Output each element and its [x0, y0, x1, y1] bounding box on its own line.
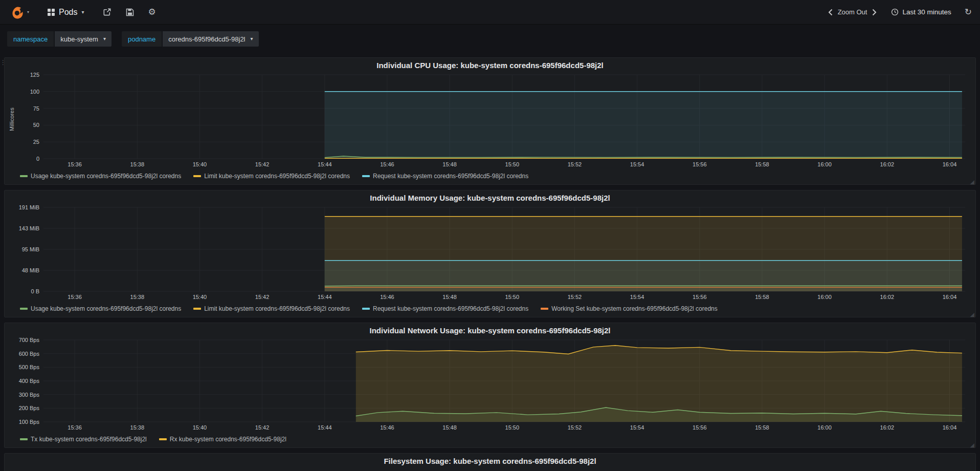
share-button[interactable]: [103, 8, 112, 16]
cpu-usage-chart[interactable]: 025507510012515:3615:3815:4015:4215:4415…: [8, 72, 972, 170]
y-tick-label: 200 Bps: [19, 405, 40, 411]
x-tick-label: 15:38: [130, 294, 145, 300]
panel-filesystem: Filesystem Usage: kube-system coredns-69…: [4, 453, 976, 471]
y-tick-label: 0 B: [31, 288, 39, 294]
legend-color-icon: [20, 308, 28, 310]
y-tick-label: 300 Bps: [19, 392, 40, 398]
y-tick-label: 0: [36, 156, 39, 162]
variable-podname-current-value: coredns-695f96dcd5-98j2l: [168, 35, 245, 43]
x-tick-label: 15:52: [568, 294, 582, 300]
x-tick-label: 15:42: [255, 294, 270, 300]
x-tick-label: 15:48: [442, 161, 457, 167]
x-tick-label: 15:36: [68, 294, 82, 300]
x-tick-label: 15:52: [568, 161, 582, 167]
x-tick-label: 15:44: [318, 161, 332, 167]
legend-color-icon: [20, 175, 28, 177]
settings-button[interactable]: ⚙: [148, 8, 156, 16]
variable-namespace-current-value: kube-system: [60, 35, 98, 43]
save-button[interactable]: [126, 8, 134, 16]
y-tick-label: 25: [33, 139, 39, 145]
zoom-out-button[interactable]: Zoom Out: [838, 8, 867, 16]
dashboard-actions: ⚙: [103, 8, 156, 16]
variable-namespace-label: namespace: [7, 31, 54, 47]
legend-color-icon: [362, 175, 370, 177]
dashboard-caret-icon: ▾: [81, 10, 84, 15]
legend-series-name: Limit kube-system coredns-695f96dcd5-98j…: [204, 305, 350, 312]
legend-item[interactable]: Tx kube-system coredns-695f96dcd5-98j2l: [20, 436, 147, 443]
panel-title-memory[interactable]: Individual Memory Usage: kube-system cor…: [5, 190, 975, 203]
panel-resize-handle[interactable]: ◢: [970, 442, 974, 448]
time-range-picker[interactable]: Last 30 minutes: [891, 8, 951, 16]
time-shift-back-button[interactable]: [826, 8, 835, 17]
variable-podname-dropdown[interactable]: coredns-695f96dcd5-98j2l ▾: [163, 31, 258, 47]
x-tick-label: 15:46: [380, 161, 394, 167]
share-icon: [103, 8, 112, 16]
x-tick-label: 15:48: [442, 294, 457, 300]
x-tick-label: 15:56: [693, 424, 707, 431]
legend-item[interactable]: Request kube-system coredns-695f96dcd5-9…: [362, 173, 528, 180]
panel-resize-handle[interactable]: ◢: [970, 179, 974, 185]
x-tick-label: 15:50: [505, 294, 520, 300]
dashboard-title-button[interactable]: Pods ▾: [42, 5, 90, 20]
network-usage-chart[interactable]: 100 Bps200 Bps300 Bps400 Bps500 Bps600 B…: [8, 337, 972, 433]
panel-network: Individual Network Usage: kube-system co…: [4, 323, 976, 448]
y-tick-label: 191 MiB: [19, 204, 39, 210]
panel-title-network[interactable]: Individual Network Usage: kube-system co…: [5, 323, 975, 336]
x-tick-label: 15:56: [693, 294, 707, 300]
logo-caret-icon: ▾: [27, 10, 29, 14]
namespace-caret-icon: ▾: [103, 36, 106, 41]
series-fill: [325, 92, 962, 159]
network-plot[interactable]: 100 Bps200 Bps300 Bps400 Bps500 Bps600 B…: [8, 337, 972, 433]
variable-podname: podname coredns-695f96dcd5-98j2l ▾: [122, 31, 259, 47]
legend-series-name: Limit kube-system coredns-695f96dcd5-98j…: [204, 173, 350, 180]
y-tick-label: 600 Bps: [19, 351, 40, 357]
variable-namespace-dropdown[interactable]: kube-system ▾: [55, 31, 112, 47]
series-fill: [356, 346, 962, 422]
legend-series-name: Working Set kube-system coredns-695f96dc…: [551, 305, 718, 312]
grafana-logo-button[interactable]: ▾: [8, 4, 32, 21]
legend-color-icon: [541, 308, 548, 310]
x-tick-label: 15:44: [318, 294, 332, 300]
y-tick-label: 95 MiB: [22, 246, 39, 252]
panel-title-cpu[interactable]: Individual CPU Usage: kube-system coredn…: [5, 58, 975, 71]
template-variables-row: namespace kube-system ▾ podname coredns-…: [0, 25, 980, 53]
time-shift-forward-button[interactable]: [870, 8, 879, 17]
legend-item[interactable]: Working Set kube-system coredns-695f96dc…: [541, 305, 718, 312]
y-tick-label: 100: [30, 89, 39, 95]
legend-item[interactable]: Limit kube-system coredns-695f96dcd5-98j…: [193, 173, 350, 180]
x-tick-label: 16:04: [943, 424, 957, 431]
filesystem-chart-area[interactable]: [8, 467, 972, 471]
x-tick-label: 15:54: [630, 294, 644, 300]
y-tick-label: 400 Bps: [19, 378, 40, 384]
x-tick-label: 15:54: [630, 161, 644, 167]
variable-namespace: namespace kube-system ▾: [7, 31, 112, 47]
legend-color-icon: [193, 308, 201, 310]
x-tick-label: 16:04: [943, 161, 957, 167]
time-controls: Zoom Out Last 30 minutes ↻: [826, 8, 972, 17]
row-drag-handle[interactable]: ⋮⋮: [0, 60, 4, 65]
legend-series-name: Request kube-system coredns-695f96dcd5-9…: [373, 173, 528, 180]
x-tick-label: 15:58: [755, 424, 769, 431]
panel-resize-handle[interactable]: ◢: [970, 312, 974, 317]
memory-usage-chart[interactable]: 0 B48 MiB95 MiB143 MiB191 MiB15:3615:381…: [8, 204, 972, 303]
x-tick-label: 15:42: [255, 161, 270, 167]
memory-plot[interactable]: 0 B48 MiB95 MiB143 MiB191 MiB15:3615:381…: [8, 204, 972, 303]
x-tick-label: 15:38: [130, 161, 145, 167]
x-tick-label: 16:00: [817, 294, 832, 300]
y-tick-label: 500 Bps: [19, 364, 40, 370]
x-tick-label: 16:02: [880, 424, 895, 431]
variable-podname-label: podname: [122, 31, 162, 47]
x-tick-label: 15:44: [318, 424, 332, 431]
legend-item[interactable]: Usage kube-system coredns-695f96dcd5-98j…: [20, 173, 181, 180]
refresh-button[interactable]: ↻: [965, 8, 972, 16]
x-tick-label: 15:46: [380, 424, 394, 431]
x-tick-label: 16:04: [943, 294, 957, 300]
legend-item[interactable]: Request kube-system coredns-695f96dcd5-9…: [362, 305, 528, 312]
legend-item[interactable]: Usage kube-system coredns-695f96dcd5-98j…: [20, 305, 181, 312]
legend-item[interactable]: Rx kube-system coredns-695f96dcd5-98j2l: [159, 436, 286, 443]
panel-title-filesystem[interactable]: Filesystem Usage: kube-system coredns-69…: [5, 454, 975, 466]
cpu-plot[interactable]: 025507510012515:3615:3815:4015:4215:4415…: [8, 72, 972, 170]
x-tick-label: 15:40: [193, 424, 207, 431]
x-tick-label: 15:40: [193, 294, 207, 300]
legend-item[interactable]: Limit kube-system coredns-695f96dcd5-98j…: [193, 305, 350, 312]
